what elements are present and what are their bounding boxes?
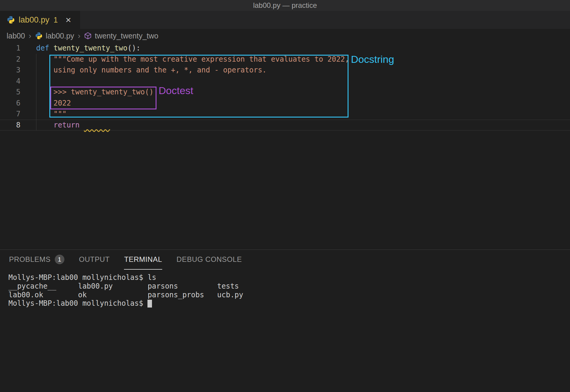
docstring-annotation-label: Docstring <box>351 54 394 65</box>
code-text: using only numbers and the +, *, and - o… <box>36 66 267 74</box>
panel-tab-label: TERMINAL <box>124 255 162 264</box>
code-line[interactable]: 8 return ______ <box>0 120 570 131</box>
line-number: 1 <box>0 44 36 52</box>
code-line[interactable]: 3 using only numbers and the +, *, and -… <box>0 65 570 76</box>
doctest-annotation-label: Doctest <box>159 85 193 96</box>
panel-tab-problems[interactable]: PROBLEMS1 <box>9 250 64 270</box>
breadcrumb-file[interactable]: lab00.py <box>35 32 74 40</box>
breadcrumb-symbol-label: twenty_twenty_two <box>95 32 158 40</box>
terminal-output[interactable]: Mollys-MBP:lab00 mollynicholas$ ls__pyca… <box>0 270 570 392</box>
breadcrumb-separator: › <box>29 31 31 41</box>
line-number: 8 <box>0 121 36 129</box>
panel-tab-label: DEBUG CONSOLE <box>177 255 242 264</box>
panel-tab-label: PROBLEMS <box>9 255 51 264</box>
breadcrumb-file-label: lab00.py <box>46 32 74 40</box>
terminal-line: Mollys-MBP:lab00 mollynicholas$ ls <box>8 273 570 282</box>
code-text <box>36 77 54 85</box>
tab-lab00-py[interactable]: lab00.py 1 × <box>0 11 80 29</box>
line-number: 6 <box>0 99 36 107</box>
tab-label: lab00.py <box>19 15 49 25</box>
code-text: return ______ <box>36 121 110 129</box>
symbol-cube-icon <box>84 32 92 40</box>
code-line[interactable]: 2 """Come up with the most creative expr… <box>0 54 570 65</box>
editor-tabbar: lab00.py 1 × <box>0 11 570 29</box>
line-number: 5 <box>0 88 36 96</box>
window-titlebar: lab00.py — practice <box>0 0 570 11</box>
python-file-icon <box>7 16 15 24</box>
terminal-cursor <box>147 300 152 308</box>
code-line[interactable]: 6 2022 <box>0 98 570 109</box>
line-number: 3 <box>0 66 36 74</box>
problems-count-badge: 1 <box>55 255 64 264</box>
code-text: """Come up with the most creative expres… <box>36 55 349 63</box>
breadcrumb-symbol[interactable]: twenty_twenty_two <box>84 32 158 40</box>
indent-guide <box>36 54 36 130</box>
panel-tab-output[interactable]: OUTPUT <box>79 250 110 270</box>
panel-tab-terminal[interactable]: TERMINAL <box>124 250 162 270</box>
vscode-window: lab00.py — practice lab00.py 1 × lab00 › <box>0 0 570 392</box>
python-file-icon <box>35 32 43 40</box>
window-title: lab00.py — practice <box>253 1 317 10</box>
tab-close-icon[interactable]: × <box>63 15 73 25</box>
code-text: def twenty_twenty_two(): <box>36 44 141 52</box>
panel-tabs: PROBLEMS1OUTPUTTERMINALDEBUG CONSOLE <box>0 250 570 270</box>
breadcrumb-separator: › <box>78 31 80 41</box>
code-text: """ <box>36 110 67 118</box>
code-text: >>> twenty_twenty_two() <box>36 88 153 96</box>
bottom-panel: PROBLEMS1OUTPUTTERMINALDEBUG CONSOLE Mol… <box>0 250 570 392</box>
tab-problem-count: 1 <box>54 16 58 24</box>
editor-lines: 1def twenty_twenty_two():2 """Come up wi… <box>0 43 570 130</box>
code-line[interactable]: 7 """ <box>0 109 570 120</box>
line-number: 4 <box>0 77 36 85</box>
terminal-line: Mollys-MBP:lab00 mollynicholas$ <box>8 299 570 308</box>
code-editor[interactable]: 1def twenty_twenty_two():2 """Come up wi… <box>0 43 570 250</box>
code-line[interactable]: 4 <box>0 76 570 87</box>
breadcrumb-folder[interactable]: lab00 <box>7 32 25 40</box>
code-line[interactable]: 5 >>> twenty_twenty_two() <box>0 87 570 98</box>
breadcrumb-folder-label: lab00 <box>7 32 25 40</box>
panel-tab-label: OUTPUT <box>79 255 110 264</box>
panel-tab-debug-console[interactable]: DEBUG CONSOLE <box>177 250 242 270</box>
terminal-line: lab00.ok ok parsons_probs ucb.py <box>8 291 570 299</box>
breadcrumb: lab00 › lab00.py › twenty_twenty_two <box>0 29 570 43</box>
line-number: 2 <box>0 55 36 63</box>
terminal-line: __pycache__ lab00.py parsons tests <box>8 282 570 291</box>
code-text: 2022 <box>36 99 71 107</box>
code-line[interactable]: 1def twenty_twenty_two(): <box>0 43 570 54</box>
line-number: 7 <box>0 110 36 118</box>
